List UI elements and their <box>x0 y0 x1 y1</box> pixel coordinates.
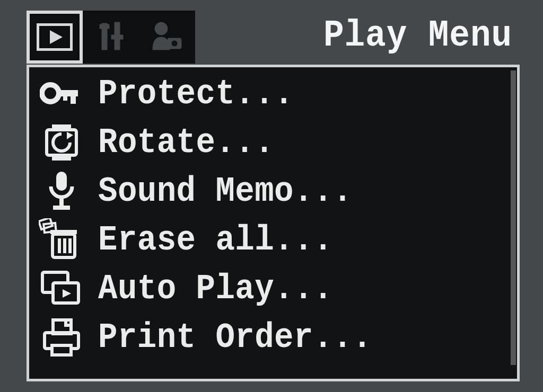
menu-item-rotate[interactable]: Rotate... <box>34 118 515 167</box>
mic-icon <box>39 170 84 212</box>
svg-rect-23 <box>63 238 66 253</box>
menu-item-label: Protect... <box>98 74 294 114</box>
tools-icon <box>95 20 126 55</box>
svg-rect-1 <box>100 24 109 29</box>
slideshow-icon <box>39 268 84 310</box>
menu-item-label: Rotate... <box>98 123 274 163</box>
svg-point-9 <box>42 85 59 102</box>
svg-marker-16 <box>67 132 73 139</box>
tab-play[interactable] <box>27 11 83 64</box>
svg-rect-12 <box>63 90 67 101</box>
svg-rect-11 <box>71 90 76 104</box>
menu-item-erase-all[interactable]: Erase all... <box>34 216 515 264</box>
menu-item-label: Auto Play... <box>98 269 333 309</box>
menu-panel: Protect... Rotate... <box>27 65 520 381</box>
print-icon <box>39 316 84 359</box>
svg-point-6 <box>155 22 168 35</box>
svg-rect-5 <box>115 38 120 50</box>
svg-rect-17 <box>56 172 67 191</box>
menu-item-label: Print Order... <box>98 318 372 358</box>
svg-rect-19 <box>53 206 70 210</box>
camera-lcd-screen: Play Menu Protect... <box>27 11 520 381</box>
key-icon <box>39 73 84 115</box>
menu-item-auto-play[interactable]: Auto Play... <box>34 264 515 313</box>
menu-item-label: Sound Memo... <box>98 172 353 211</box>
menu-item-label: Erase all... <box>98 220 333 260</box>
menu-item-print-order[interactable]: Print Order... <box>34 313 515 362</box>
trash-icon <box>39 219 84 261</box>
rotate-icon <box>39 121 84 164</box>
svg-rect-24 <box>68 238 72 253</box>
page-title: Play Menu <box>323 15 512 57</box>
tab-setup[interactable] <box>83 11 139 64</box>
svg-rect-18 <box>59 197 64 207</box>
svg-rect-4 <box>102 36 107 50</box>
person-camera-icon <box>151 20 183 55</box>
svg-point-8 <box>171 40 178 47</box>
menu-item-protect[interactable]: Protect... <box>34 69 515 118</box>
svg-rect-15 <box>52 156 71 161</box>
svg-rect-32 <box>52 345 71 355</box>
tab-my-camera[interactable] <box>139 11 195 64</box>
svg-rect-14 <box>52 124 71 129</box>
svg-rect-22 <box>58 238 61 253</box>
scrollbar[interactable] <box>511 70 516 365</box>
play-icon <box>37 23 73 51</box>
menu-item-sound-memo[interactable]: Sound Memo... <box>34 167 515 216</box>
